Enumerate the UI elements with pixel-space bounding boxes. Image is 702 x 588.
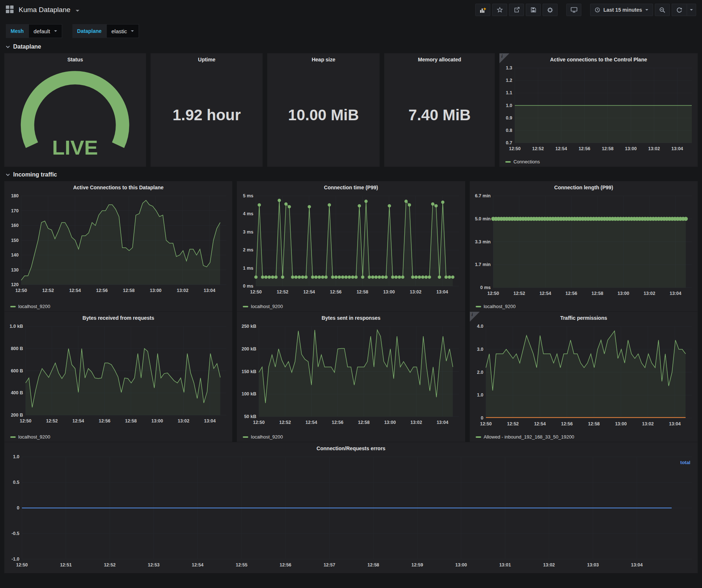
svg-text:13:04: 13:04	[631, 562, 643, 568]
active-connections-chart[interactable]: 12:5012:5212:5412:5612:5813:0013:0213:04…	[4, 191, 232, 301]
traffic-permissions-chart[interactable]: 12:5012:5212:5412:5612:5813:0013:0213:04…	[470, 322, 698, 432]
legend-item[interactable]: localhost_9200	[10, 434, 50, 440]
svg-text:12:52: 12:52	[277, 289, 288, 295]
svg-text:150: 150	[11, 238, 19, 243]
cycle-view-button[interactable]	[566, 4, 581, 16]
settings-button[interactable]	[543, 4, 558, 16]
legend-item[interactable]: Allowed - inbound_192_168_33_50_19200	[476, 434, 574, 440]
save-button[interactable]	[526, 4, 541, 16]
row-header-incoming-traffic[interactable]: Incoming traffic	[0, 167, 702, 181]
page-title[interactable]: Kuma Dataplane	[19, 6, 71, 14]
chevron-down-icon	[6, 46, 10, 48]
bytes-sent-legend[interactable]: localhost_9200	[237, 432, 465, 442]
save-icon	[531, 7, 536, 13]
svg-text:13:04: 13:04	[437, 420, 448, 425]
svg-text:12:53: 12:53	[148, 562, 159, 568]
svg-text:12:52: 12:52	[513, 291, 525, 296]
svg-text:1.0 kB: 1.0 kB	[10, 324, 23, 329]
legend-item[interactable]: Connections	[505, 159, 540, 164]
variable-dataplane-label: Dataplane	[72, 24, 106, 38]
traffic-permissions-legend[interactable]: Allowed - inbound_192_168_33_50_19200	[470, 432, 698, 442]
svg-text:13:04: 13:04	[672, 146, 683, 151]
heap-size-value: 10.00 MiB	[267, 64, 380, 167]
errors-legend-total[interactable]: total	[680, 460, 690, 465]
svg-text:13:02: 13:02	[648, 146, 660, 151]
svg-text:12:52: 12:52	[46, 418, 58, 424]
share-button[interactable]	[509, 4, 524, 16]
bytes-received-legend[interactable]: localhost_9200	[4, 432, 232, 442]
svg-text:12:50: 12:50	[250, 289, 262, 295]
svg-text:12:58: 12:58	[592, 291, 603, 296]
svg-text:3.0: 3.0	[477, 347, 483, 352]
svg-text:150 kB: 150 kB	[242, 369, 256, 374]
svg-text:130: 130	[11, 268, 19, 273]
svg-text:13:02: 13:02	[410, 289, 422, 295]
active-connections-legend[interactable]: localhost_9200	[4, 301, 232, 311]
status-gauge[interactable]: LIVE	[4, 64, 146, 167]
panel-title-connection-time: Connection time (P99)	[237, 181, 465, 191]
row-header-dataplane-label: Dataplane	[13, 43, 41, 50]
svg-text:12:56: 12:56	[96, 288, 108, 293]
svg-text:12:58: 12:58	[602, 146, 614, 151]
panel-title-active-connections: Active Connections to this Dataplane	[4, 181, 232, 191]
svg-text:12:54: 12:54	[555, 146, 567, 151]
svg-text:13:03: 13:03	[587, 562, 599, 568]
svg-text:12:50: 12:50	[480, 421, 492, 426]
legend-item[interactable]: localhost_9200	[10, 304, 50, 309]
row-header-dataplane[interactable]: Dataplane	[0, 39, 702, 53]
svg-text:12:50: 12:50	[509, 146, 521, 151]
add-panel-button[interactable]	[475, 4, 490, 16]
refresh-caret-icon	[690, 9, 693, 11]
cp-connections-legend[interactable]: Connections	[499, 157, 698, 167]
connection-errors-chart[interactable]: 12:5012:5112:5212:5312:5412:5512:5612:57…	[4, 452, 698, 573]
legend-item[interactable]: localhost_9200	[243, 304, 283, 309]
star-button[interactable]	[492, 4, 507, 16]
svg-text:1.0: 1.0	[506, 103, 512, 108]
chevron-down-icon	[54, 30, 57, 32]
panel-info-icon[interactable]: i	[499, 53, 509, 63]
connection-length-legend[interactable]: localhost_9200	[470, 301, 698, 311]
svg-text:12:58: 12:58	[588, 421, 600, 426]
bytes-received-chart[interactable]: 12:5012:5212:5412:5612:5813:0013:0213:04…	[4, 322, 232, 432]
grafana-dashboard-icon[interactable]	[6, 5, 14, 15]
svg-text:13:02: 13:02	[411, 420, 422, 425]
row-header-incoming-label: Incoming traffic	[13, 171, 57, 178]
connection-length-chart[interactable]: 12:5012:5212:5412:5612:5813:0013:0213:04…	[470, 191, 698, 301]
svg-text:2 ms: 2 ms	[243, 247, 254, 253]
legend-item[interactable]: localhost_9200	[476, 304, 516, 309]
svg-text:1.7 min: 1.7 min	[475, 262, 491, 267]
svg-text:13:02: 13:02	[543, 562, 555, 568]
clock-icon	[595, 7, 600, 12]
share-icon	[514, 7, 520, 13]
variable-dataplane-value: elastic	[112, 28, 127, 34]
connection-time-chart[interactable]: 12:5012:5212:5412:5612:5813:0013:0213:04…	[237, 191, 465, 301]
legend-item[interactable]: localhost_9200	[243, 434, 283, 440]
variable-dataplane[interactable]: Dataplane elastic	[72, 24, 139, 38]
svg-text:12:59: 12:59	[411, 562, 423, 568]
refresh-button[interactable]	[672, 4, 687, 16]
connection-time-legend[interactable]: localhost_9200	[237, 301, 465, 311]
svg-text:100 kB: 100 kB	[242, 391, 256, 397]
zoom-out-button[interactable]	[655, 4, 670, 16]
panel-title-connection-length: Connection length (P99)	[470, 181, 698, 191]
svg-text:13:04: 13:04	[204, 418, 216, 424]
svg-text:13:04: 13:04	[437, 289, 448, 295]
svg-text:13:00: 13:00	[455, 562, 467, 568]
panel-info-icon[interactable]: i	[470, 312, 480, 322]
svg-text:-0.5: -0.5	[11, 531, 19, 536]
svg-text:13:00: 13:00	[150, 288, 162, 293]
svg-text:13:04: 13:04	[669, 421, 680, 426]
variable-mesh[interactable]: Mesh default	[6, 24, 62, 38]
svg-text:12:54: 12:54	[192, 562, 204, 568]
bytes-sent-chart[interactable]: 12:5012:5212:5412:5612:5813:0013:0213:04…	[237, 322, 465, 432]
panel-status: Status LIVE	[4, 53, 146, 167]
svg-text:0: 0	[481, 416, 483, 421]
time-range-picker[interactable]: Last 15 minutes	[590, 4, 653, 16]
title-caret-icon[interactable]	[76, 10, 79, 12]
svg-text:12:50: 12:50	[253, 420, 265, 425]
cp-connections-chart[interactable]: 12:5012:5212:5412:5612:5813:0013:0213:04…	[499, 64, 698, 157]
svg-text:12:55: 12:55	[236, 562, 248, 568]
variable-mesh-label: Mesh	[6, 24, 29, 38]
refresh-interval-dropdown[interactable]	[687, 4, 696, 16]
svg-text:3 ms: 3 ms	[243, 229, 254, 235]
